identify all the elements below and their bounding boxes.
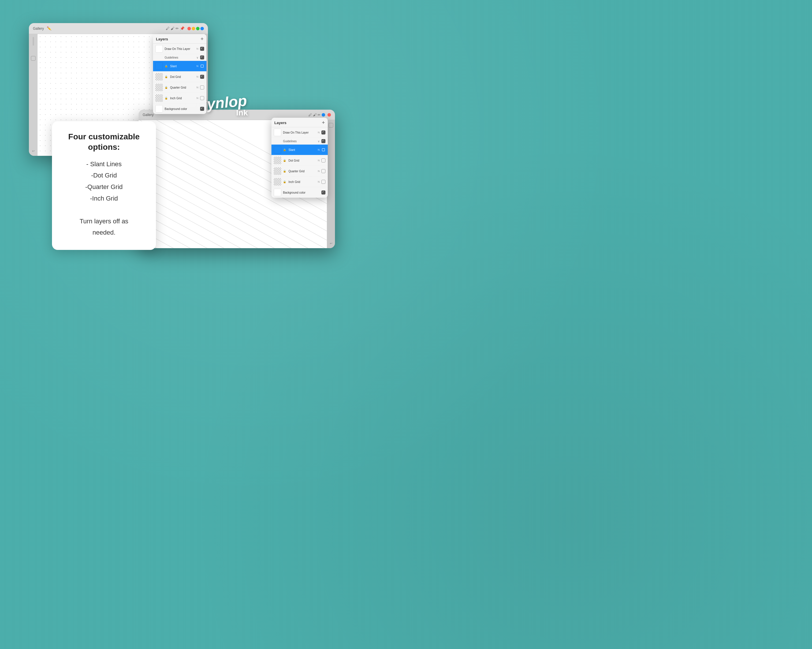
sidebar-square-btn-2	[329, 123, 333, 128]
layers-title-2: Layers	[274, 120, 287, 125]
layer-check-bg-1[interactable]	[200, 107, 204, 111]
layer-mode-slant-2: N	[318, 148, 320, 151]
guidelines-label-2: Guidelines	[283, 140, 316, 143]
layer-thumb-quarter-2	[274, 168, 281, 175]
layer-mode-dot-1: N	[197, 75, 198, 78]
lock-icon-inch-1: 🔒	[165, 97, 168, 99]
layer-row-slant-1[interactable]: 🔒 Slant N	[153, 61, 206, 72]
guidelines-chevron-2: ∨	[317, 140, 320, 143]
window-min-1[interactable]	[192, 27, 195, 30]
layer-name-bg-1: Background color	[165, 107, 198, 111]
window-close-2[interactable]	[327, 113, 331, 117]
layer-name-inch-1: Inch Grid	[170, 97, 195, 100]
layer-row-inch-2[interactable]: 🔒 Inch Grid N	[272, 177, 328, 187]
layers-add-button-1[interactable]: +	[200, 37, 204, 41]
layer-name-slant-1: Slant	[170, 65, 195, 68]
layer-thumb-inch-1	[155, 94, 163, 102]
layer-row-bg-1[interactable]: Background color	[153, 104, 206, 114]
layer-name-bg-2: Background color	[283, 191, 320, 194]
layer-name-quarter-2: Quarter Grid	[288, 170, 316, 173]
layer-check-guidelines-2[interactable]	[321, 139, 325, 143]
layers-panel-2: Layers + Draw On This Layer N Guidelines…	[272, 118, 328, 198]
layer-row-draw-2[interactable]: Draw On This Layer N	[272, 127, 328, 138]
layers-header-1: Layers +	[153, 34, 206, 44]
layer-thumb-draw-1	[155, 45, 163, 53]
lock-icon-dot-1: 🔒	[165, 75, 168, 78]
undo-icon-2[interactable]: ↩	[330, 242, 332, 245]
layer-row-quarter-1[interactable]: 🔒 Quarter Grid N	[153, 82, 206, 93]
ipad-1-left-sidebar: ↩	[29, 34, 38, 156]
ipad-1-toolbar: Gallery ✏️ 🖊 🖌 ✏ 📌	[29, 23, 208, 34]
layer-check-inch-2[interactable]	[321, 180, 325, 184]
layer-mode-inch-1: N	[197, 97, 198, 99]
text-card-body: - Slant Lines -Dot Grid -Quarter Grid -I…	[61, 158, 147, 238]
app-btn-1[interactable]	[200, 27, 204, 30]
layers-add-button-2[interactable]: +	[322, 120, 325, 125]
layer-check-draw-2[interactable]	[321, 130, 325, 134]
layer-row-dot-1[interactable]: 🔒 Dot Grid N	[153, 72, 206, 82]
layer-check-inch-1[interactable]	[200, 96, 204, 100]
layer-check-quarter-1[interactable]	[200, 85, 204, 90]
guidelines-chevron-1: ∨	[196, 56, 198, 59]
layer-check-dot-1[interactable]	[200, 75, 204, 79]
layer-mode-quarter-2: N	[318, 170, 320, 172]
text-card-heading: Four customizable options:	[61, 132, 147, 153]
layer-mode-slant-1: N	[197, 65, 198, 67]
ipad-2-right-sidebar: ↩	[327, 120, 335, 248]
window-max-1[interactable]	[196, 27, 200, 30]
layer-thumb-slant-2	[274, 146, 281, 154]
window-close-1[interactable]	[188, 27, 191, 30]
gallery-label-1[interactable]: Gallery	[33, 27, 44, 30]
layer-thumb-dot-1	[155, 73, 163, 81]
layer-name-slant-2: Slant	[288, 148, 316, 151]
layer-thumb-slant-1	[155, 62, 163, 70]
layer-check-dot-2[interactable]	[321, 158, 325, 163]
lock-icon-dot-2: 🔒	[283, 159, 286, 162]
lock-icon-quarter-2: 🔒	[283, 170, 286, 172]
app-btn-2[interactable]	[322, 113, 325, 117]
svg-line-12	[139, 230, 327, 248]
lock-icon-inch-2: 🔒	[283, 180, 286, 183]
layer-thumb-quarter-1	[155, 84, 163, 91]
layer-row-guidelines-2[interactable]: Guidelines ∨	[272, 138, 328, 145]
lock-icon-quarter-1: 🔒	[165, 86, 168, 89]
layer-thumb-dot-2	[274, 157, 281, 164]
layer-name-draw-1: Draw On This Layer	[165, 47, 195, 50]
layer-name-quarter-1: Quarter Grid	[170, 86, 195, 89]
layer-check-bg-2[interactable]	[321, 190, 325, 195]
layer-check-slant-1[interactable]	[200, 64, 204, 68]
layer-thumb-draw-2	[274, 129, 281, 136]
layer-thumb-inch-2	[274, 178, 281, 186]
layer-row-guidelines-1[interactable]: Guidelines ∨	[153, 54, 206, 61]
layer-row-dot-2[interactable]: 🔒 Dot Grid N	[272, 155, 328, 166]
layer-row-inch-1[interactable]: 🔒 Inch Grid N	[153, 93, 206, 104]
layers-title-1: Layers	[156, 37, 168, 41]
layer-row-draw-1[interactable]: Draw On This Layer N	[153, 44, 206, 54]
layer-row-quarter-2[interactable]: 🔒 Quarter Grid N	[272, 166, 328, 177]
svg-line-9	[139, 202, 327, 248]
layer-mode-quarter-1: N	[197, 86, 198, 89]
layer-name-draw-2: Draw On This Layer	[283, 131, 316, 134]
gallery-label-2[interactable]: Gallery	[143, 113, 154, 117]
layer-name-dot-1: Dot Grid	[170, 75, 195, 79]
layers-panel-1: Layers + Draw On This Layer N Guidelines…	[153, 34, 206, 114]
layer-name-dot-2: Dot Grid	[288, 159, 316, 162]
layer-thumb-bg-1	[155, 105, 163, 113]
layer-mode-inch-2: N	[318, 180, 320, 183]
layer-mode-dot-2: N	[318, 159, 320, 162]
layer-row-slant-2[interactable]: 🔒 Slant N	[272, 145, 328, 155]
text-card: Four customizable options: - Slant Lines…	[52, 121, 156, 250]
layer-check-draw-1[interactable]	[200, 47, 204, 51]
layer-check-slant-2[interactable]	[321, 148, 325, 152]
lock-icon-slant-1: 🔒	[165, 65, 168, 67]
guidelines-label-1: Guidelines	[165, 56, 195, 59]
layer-mode-draw-1: N	[197, 47, 198, 50]
layer-mode-draw-2: N	[318, 131, 320, 134]
layer-check-guidelines-1[interactable]	[200, 55, 204, 59]
layer-row-bg-2[interactable]: Background color	[272, 187, 328, 198]
undo-icon-1[interactable]: ↩	[32, 149, 35, 153]
layer-check-quarter-2[interactable]	[321, 169, 325, 173]
sidebar-handle-1	[33, 37, 34, 46]
lock-icon-slant-2: 🔒	[283, 148, 286, 151]
layers-header-2: Layers +	[272, 118, 328, 127]
